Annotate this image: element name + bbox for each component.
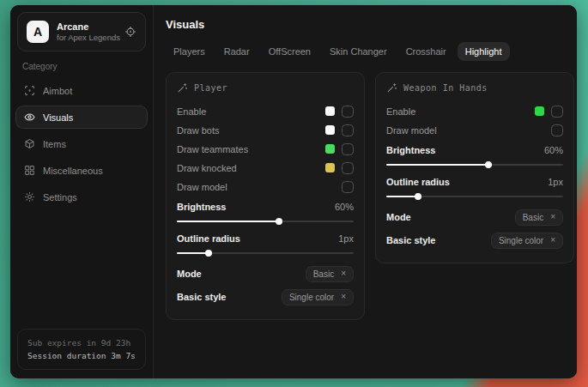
checkbox[interactable]	[342, 106, 354, 118]
checkbox[interactable]	[551, 124, 563, 136]
panel-title: Weapon In Hands	[403, 83, 488, 93]
sidebar-item-aimbot[interactable]: Aimbot	[15, 79, 148, 102]
toggle-row: Enable	[386, 102, 563, 120]
slider-fill	[386, 164, 488, 166]
checkbox[interactable]	[551, 106, 563, 118]
toggle-row: Enable	[177, 102, 354, 120]
tab-offscreen[interactable]: OffScreen	[261, 42, 318, 61]
setting-label: Draw teammates	[177, 144, 248, 154]
slider-value: 60%	[335, 202, 354, 212]
setting-label: Outline radius	[386, 177, 450, 187]
slider-fill	[177, 252, 209, 254]
sidebar-item-label: Visuals	[43, 112, 73, 123]
sidebar-item-label: Items	[43, 139, 66, 149]
setting-label: Brightness	[177, 202, 226, 212]
wand-icon	[386, 82, 397, 94]
slider-row: Brightness 60%	[177, 199, 354, 226]
tag[interactable]: Single color ×	[282, 289, 354, 305]
toggle-row: Draw bots	[177, 121, 354, 139]
setting-label: Outline radius	[177, 233, 240, 244]
select-row: Mode Basic ×	[386, 206, 563, 228]
setting-label: Enable	[386, 106, 415, 117]
tag[interactable]: Basic ×	[515, 209, 563, 226]
sidebar-item-settings[interactable]: Settings	[15, 185, 148, 209]
app-logo: A	[27, 21, 49, 43]
slider-thumb[interactable]	[276, 218, 282, 225]
slider[interactable]	[177, 249, 354, 257]
panel-weapon-in-hands: Weapon In Hands Enable Draw model Bright…	[375, 72, 574, 263]
slider-thumb[interactable]	[415, 193, 421, 200]
select-row: Basic style Single color ×	[386, 229, 563, 251]
tag[interactable]: Single color ×	[491, 233, 563, 249]
app-header-card: A Arcane for Apex Legends	[17, 12, 146, 51]
setting-label: Mode	[386, 212, 411, 222]
slider-thumb[interactable]	[205, 250, 212, 257]
page-title: Visuals	[166, 18, 574, 31]
slider-fill	[386, 196, 418, 197]
app-subtitle: for Apex Legends	[57, 33, 117, 43]
slider[interactable]	[386, 192, 563, 201]
sidebar-item-items[interactable]: Items	[15, 132, 148, 155]
wand-icon	[177, 82, 188, 94]
package-icon	[24, 138, 35, 149]
slider-value: 1px	[338, 233, 354, 244]
close-icon[interactable]: ×	[341, 269, 346, 278]
tab-bar: PlayersRadarOffScreenSkin ChangerCrossha…	[166, 42, 574, 61]
slider-row: Brightness 60%	[386, 142, 563, 169]
tab-skin-changer[interactable]: Skin Changer	[322, 42, 395, 61]
tag[interactable]: Basic ×	[306, 266, 354, 282]
close-icon[interactable]: ×	[550, 236, 555, 245]
app-window: A Arcane for Apex Legends Category Aimbo…	[10, 5, 577, 378]
checkbox[interactable]	[342, 143, 354, 155]
setting-label: Mode	[177, 269, 202, 279]
sub-expiry-text: Sub expires in 9d 23h	[27, 336, 136, 349]
setting-label: Enable	[177, 106, 206, 117]
target-icon[interactable]	[124, 26, 136, 38]
tag-label: Single color	[499, 236, 543, 245]
select-row: Mode Basic ×	[177, 263, 354, 285]
slider-value: 60%	[544, 145, 563, 155]
app-name: Arcane	[57, 21, 117, 33]
slider-row: Outline radius 1px	[386, 174, 563, 201]
panel-title: Player	[194, 83, 227, 93]
checkbox[interactable]	[342, 124, 354, 136]
tab-highlight[interactable]: Highlight	[458, 42, 510, 61]
gear-icon	[24, 191, 35, 203]
sidebar-item-miscellaneous[interactable]: Miscellaneous	[15, 159, 148, 182]
toggle-row: Draw model	[386, 121, 563, 139]
tab-crosshair[interactable]: Crosshair	[398, 42, 454, 61]
tag-label: Basic	[313, 269, 334, 279]
color-swatch[interactable]	[325, 106, 335, 116]
tab-radar[interactable]: Radar	[216, 42, 258, 61]
color-swatch[interactable]	[535, 106, 544, 116]
panels-container: Player Enable Draw bots Draw teammates D…	[166, 72, 574, 320]
slider[interactable]	[386, 160, 563, 169]
slider[interactable]	[177, 217, 354, 226]
color-swatch[interactable]	[325, 144, 335, 154]
slider-thumb[interactable]	[485, 161, 492, 168]
slider-fill	[177, 221, 279, 222]
tag-label: Single color	[289, 293, 334, 302]
setting-label: Basic style	[177, 292, 226, 302]
main-content: Visuals PlayersRadarOffScreenSkin Change…	[154, 5, 577, 378]
checkbox[interactable]	[342, 162, 354, 174]
slider-value: 1px	[548, 177, 563, 187]
setting-label: Draw model	[386, 125, 437, 136]
sidebar: A Arcane for Apex Legends Category Aimbo…	[10, 5, 154, 378]
sidebar-item-label: Aimbot	[43, 86, 72, 96]
sidebar-item-visuals[interactable]: Visuals	[15, 106, 148, 129]
tab-players[interactable]: Players	[166, 42, 213, 61]
subscription-info-card: Sub expires in 9d 23h Session duration 3…	[17, 329, 146, 370]
setting-label: Brightness	[386, 145, 435, 155]
select-row: Basic style Single color ×	[177, 286, 354, 308]
sidebar-nav: Aimbot Visuals Items Miscellaneous Setti…	[10, 79, 153, 209]
color-swatch[interactable]	[325, 163, 335, 172]
color-swatch[interactable]	[325, 125, 335, 135]
checkbox[interactable]	[342, 181, 354, 193]
close-icon[interactable]: ×	[341, 293, 346, 301]
toggle-row: Draw knocked	[177, 159, 354, 177]
slider-row: Outline radius 1px	[177, 231, 354, 257]
close-icon[interactable]: ×	[550, 213, 555, 221]
tag-label: Basic	[523, 213, 543, 222]
session-duration-text: Session duration 3m 7s	[27, 349, 136, 362]
